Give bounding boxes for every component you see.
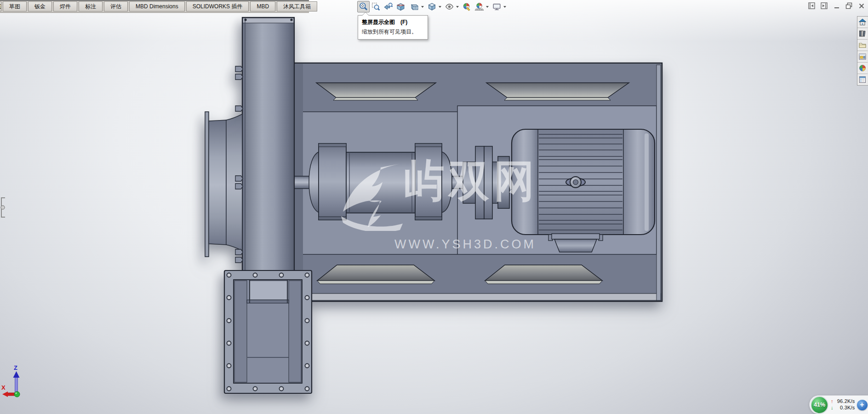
view-orientation-icon (427, 2, 437, 12)
view-settings-icon (492, 2, 502, 12)
plus-icon: + (860, 401, 864, 409)
view-settings-dropdown[interactable] (503, 6, 506, 8)
view-palette-tab[interactable] (857, 51, 868, 63)
tab-mufeng-toolbox[interactable]: 沐风工具箱 (277, 1, 317, 12)
drum-top-face (243, 18, 294, 23)
apply-scene-button[interactable] (473, 1, 485, 12)
appearances-scenes-tab[interactable] (857, 63, 868, 74)
battery-percent: 41% (814, 402, 825, 408)
download-speed: 0.3K/s (835, 405, 855, 411)
home-icon (858, 18, 867, 26)
tab-features[interactable]: 征 (0, 1, 1, 12)
bearing-block-left[interactable] (319, 144, 346, 220)
graphics-area[interactable] (0, 0, 868, 414)
upload-speed: 96.2K/s (835, 398, 855, 405)
apply-scene-icon (474, 2, 484, 12)
outlet-duct[interactable] (224, 270, 312, 393)
tab-sheet-metal[interactable]: 钣金 (28, 1, 52, 12)
zoom-to-fit-button[interactable] (357, 1, 370, 12)
3d-drawing-view-dropdown[interactable] (421, 6, 424, 8)
edit-appearance-icon (462, 2, 472, 12)
3d-drawing-view-icon (410, 2, 419, 12)
zoom-to-fit-icon (359, 2, 368, 12)
form-icon (858, 75, 867, 84)
3d-drawing-view-button[interactable] (408, 1, 421, 12)
previous-view-icon (383, 2, 393, 12)
application-window: 屿双网 WWW.YSH3D.COM 征 草图 钣金 焊件 标注 评估 MBD D… (0, 0, 868, 414)
apply-scene-dropdown[interactable] (486, 6, 489, 8)
previous-view-button[interactable] (382, 1, 394, 12)
z-axis-arrow (15, 376, 18, 393)
view-orientation-dropdown[interactable] (439, 6, 441, 8)
widget-add-button[interactable]: + (857, 400, 868, 410)
tab-mbd-dimensions[interactable]: MBD Dimensions (129, 1, 185, 12)
tab-evaluate[interactable]: 评估 (104, 1, 128, 12)
tab-mbd[interactable]: MBD (250, 1, 275, 12)
close-icon (858, 3, 865, 9)
ribbon-tab-bar: 征 草图 钣金 焊件 标注 评估 MBD Dimensions SOLIDWOR… (0, 0, 309, 13)
solidworks-resources-tab[interactable] (857, 17, 868, 28)
heads-up-toolbar (357, 1, 508, 12)
hide-show-items-dropdown[interactable] (456, 6, 459, 8)
drive-train[interactable] (293, 144, 509, 220)
close-button[interactable] (857, 2, 865, 10)
inlet-cone-flare (226, 114, 242, 251)
download-arrow-icon: ↓ (831, 405, 834, 411)
restore-button[interactable] (845, 2, 853, 10)
reference-triad: Z X (1, 363, 33, 401)
tab-solidworks-addins[interactable]: SOLIDWORKS 插件 (186, 1, 249, 12)
vent-slot-top-right[interactable] (486, 83, 629, 100)
tooltip-title: 整屏显示全图 (F) (362, 18, 424, 26)
custom-properties-tab[interactable] (857, 74, 868, 85)
tab-sketch[interactable]: 草图 (3, 1, 27, 12)
books-icon (858, 29, 867, 38)
window-controls (808, 2, 865, 10)
triad-z-label: Z (14, 364, 17, 371)
outlet-damper-panel (250, 281, 287, 300)
appearance-sphere-icon (858, 64, 867, 72)
hide-show-items-icon (445, 2, 454, 12)
file-explorer-tab[interactable] (857, 40, 868, 51)
section-view-icon (396, 2, 405, 12)
collapse-pane-left-icon (808, 2, 815, 9)
tooltip-body: 缩放到所有可见项目。 (362, 28, 424, 36)
hide-show-items-button[interactable] (443, 1, 456, 12)
network-speeds: ↑ 96.2K/s ↓ 0.3K/s (831, 398, 855, 411)
zoom-to-area-button[interactable] (370, 1, 382, 12)
restore-icon (845, 2, 852, 9)
view-palette-icon (858, 52, 867, 61)
collapse-pane-right-button[interactable] (820, 2, 828, 10)
y-axis-origin-ball (14, 391, 20, 397)
collapse-pane-left-button[interactable] (808, 2, 816, 10)
bearing-housing-cylinder[interactable] (346, 152, 415, 213)
pane-handle-icon (0, 197, 6, 218)
edit-appearance-button[interactable] (461, 1, 473, 12)
frame-bottom-face (296, 293, 661, 300)
tooltip-zoom-to-fit: 整屏显示全图 (F) 缩放到所有可见项目。 (358, 15, 428, 40)
vent-slot-bottom-left[interactable] (317, 265, 434, 284)
vent-slot-bottom-right[interactable] (485, 265, 602, 284)
view-orientation-button[interactable] (426, 1, 438, 12)
tab-weldments[interactable]: 焊件 (53, 1, 77, 12)
shaft-stub (452, 176, 464, 189)
motor-end-right (623, 129, 655, 235)
minimize-button[interactable] (833, 2, 840, 10)
view-settings-button[interactable] (491, 1, 503, 12)
section-view-button[interactable] (394, 1, 407, 12)
folder-icon (858, 41, 867, 49)
triad-x-label: X (1, 384, 6, 391)
fan-housing-drum[interactable] (242, 17, 294, 271)
upload-arrow-icon: ↑ (831, 398, 834, 405)
battery-indicator[interactable]: 41% (811, 396, 828, 414)
design-library-tab[interactable] (857, 28, 868, 40)
frame-right-edge (657, 65, 661, 300)
electric-motor[interactable] (512, 129, 655, 252)
bearing-block-right[interactable] (415, 144, 442, 220)
tab-annotation[interactable]: 标注 (79, 1, 103, 12)
motor-end-left (512, 129, 538, 235)
net-speed-widget: 41% ↑ 96.2K/s ↓ 0.3K/s + (809, 395, 868, 414)
inlet-cone-body (209, 120, 226, 245)
feature-tree-collapsed-tab[interactable] (0, 197, 6, 220)
zoom-to-area-icon (371, 2, 381, 12)
task-pane-strip (857, 16, 868, 86)
